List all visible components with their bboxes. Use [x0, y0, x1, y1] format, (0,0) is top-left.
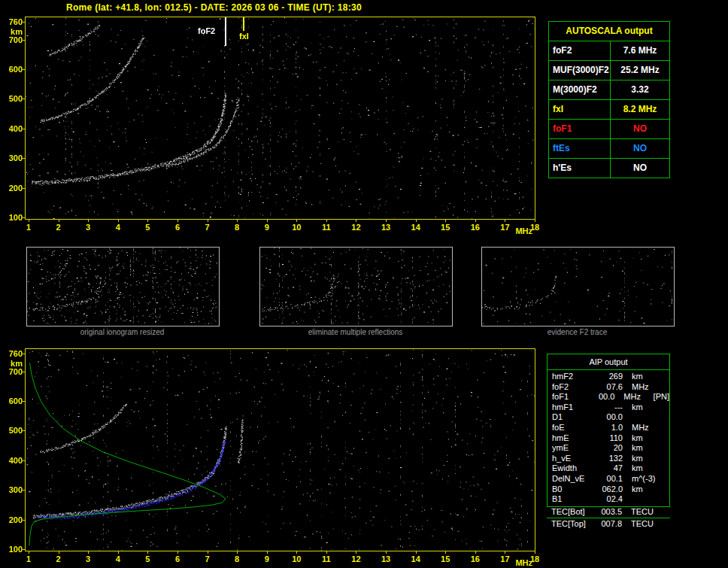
x-tick-label: 3 [80, 223, 96, 232]
y-tick-label: 300 [3, 153, 23, 163]
aip-row-value: 1.0 [597, 423, 623, 433]
y-tick-label: 700 [3, 35, 23, 44]
aip-row: foF100.0MHz[PN] [548, 392, 669, 402]
aip-row-unit: MHz [623, 423, 663, 433]
axis-tick-mark [267, 551, 268, 554]
aip-row-extra: [PN] [652, 392, 669, 402]
autoscala-output-table: AUTOSCALA output foF27.6 MHzMUF(3000)F22… [548, 21, 670, 178]
x-tick-label: 15 [437, 554, 453, 563]
thumbnail-canvas-evidence [482, 248, 672, 324]
autoscala-row-value: 8.2 MHz [611, 100, 669, 119]
autoscala-row-value: 3.32 [611, 80, 669, 99]
x-tick-label: 17 [496, 223, 513, 232]
aip-row-unit [623, 494, 663, 505]
axis-tick-mark [296, 551, 297, 554]
aip-row-extra [663, 402, 665, 413]
x-tick-label: 7 [199, 554, 216, 563]
aip-row-extra [663, 454, 665, 464]
axis-tick-mark [118, 551, 119, 554]
aip-row-extra [663, 412, 665, 423]
x-tick-label: 2 [50, 223, 67, 232]
aip-row-extra [663, 494, 665, 505]
aip-row: hmE110km [548, 433, 669, 444]
x-tick-label: 16 [467, 223, 484, 232]
y-tick-label: 400 [3, 456, 23, 465]
tec-separator-line [547, 518, 670, 518]
x-tick-label: 1 [20, 554, 37, 563]
aip-row: hmF2269km [548, 372, 669, 382]
aip-row-label: hmE [548, 433, 597, 444]
aip-row-value: 47 [597, 463, 623, 474]
autoscala-row-value: NO [611, 159, 669, 178]
aip-row-value: 02.4 [597, 494, 623, 505]
aip-row: hmF1---km [548, 402, 669, 413]
axis-tick-mark [505, 551, 505, 554]
ionogram-canvas-top [26, 17, 535, 219]
aip-row-label: D1 [548, 412, 597, 423]
autoscala-row: ftEsNO [549, 139, 669, 159]
aip-row-value: --- [597, 402, 623, 413]
y-tick-label: 200 [3, 184, 23, 193]
y-tick-label: 300 [3, 485, 23, 494]
axis-tick-mark [535, 551, 535, 554]
x-tick-label: 9 [259, 223, 275, 232]
aip-row: h_vE132km [548, 454, 669, 464]
axis-tick-mark [23, 549, 25, 550]
tec-row-label: TEC[Top] [547, 519, 596, 529]
x-tick-label: 2 [50, 554, 67, 563]
x-tick-label: 11 [318, 223, 335, 232]
axis-tick-mark [237, 551, 238, 554]
autoscala-row: fxI8.2 MHz [549, 100, 669, 120]
axis-tick-mark [29, 551, 29, 554]
autoscala-row: h'EsNO [549, 159, 669, 178]
x-tick-label: 6 [169, 223, 186, 232]
autoscala-table-title: AUTOSCALA output [549, 22, 669, 41]
thumbnail-evidence-f2 [481, 247, 675, 327]
autoscala-table-rows: foF27.6 MHzMUF(3000)F225.2 MHzM(3000)F23… [549, 41, 669, 178]
x-tick-label: 5 [139, 554, 156, 563]
page-title: Rome (lat: +41.8, lon: 012.5) - DATE: 20… [66, 2, 362, 13]
axis-tick-mark [356, 551, 356, 554]
axis-tick-mark [416, 220, 417, 222]
ionogram-canvas-bottom [26, 349, 535, 551]
axis-tick-mark [475, 551, 476, 554]
axis-tick-mark [23, 22, 25, 23]
thumbnail-eliminate-reflections [259, 247, 453, 327]
x-tick-label: 14 [408, 223, 424, 232]
aip-row-extra [663, 443, 665, 454]
aip-row-label: foF2 [548, 382, 597, 393]
axis-tick-mark [23, 460, 25, 461]
aip-row-unit: km [623, 454, 663, 464]
axis-tick-mark [296, 220, 297, 222]
aip-row-label: DelN_vE [548, 474, 597, 484]
aip-row-unit: MHz [623, 382, 663, 393]
aip-row-value: 062.0 [597, 484, 623, 495]
axis-tick-mark [208, 551, 208, 554]
aip-row-value: 00.0 [592, 392, 614, 402]
aip-row-value: 00.0 [597, 412, 623, 423]
autoscala-row-value: 25.2 MHz [611, 61, 669, 80]
axis-tick-mark [23, 99, 25, 99]
axis-tick-mark [23, 129, 25, 129]
axis-tick-mark [23, 430, 25, 431]
x-axis-unit: MHz [515, 226, 538, 235]
aip-row: Ewidth47km [548, 463, 669, 474]
aip-row-unit: km [623, 433, 663, 444]
aip-row-label: foF1 [548, 392, 592, 402]
aip-row-extra [663, 423, 665, 433]
tec-row-label: TEC[Bot] [547, 507, 596, 517]
axis-tick-mark [29, 220, 29, 222]
x-tick-label: 1 [20, 223, 37, 232]
tec-row: TEC[Top]007.8TECU [547, 519, 670, 529]
y-tick-label: 760 [3, 17, 23, 26]
aip-row-value: 132 [597, 454, 623, 464]
aip-row-label: ymE [548, 443, 597, 454]
x-tick-label: 15 [437, 223, 453, 232]
x-tick-label: 8 [229, 223, 245, 232]
axis-tick-mark [23, 520, 25, 521]
aip-row-extra [663, 484, 665, 495]
thumbnail-canvas-original [27, 248, 217, 324]
axis-tick-mark [59, 220, 59, 222]
autoscala-row: M(3000)F23.32 [549, 80, 669, 100]
ionogram-plot-bottom [25, 348, 535, 551]
